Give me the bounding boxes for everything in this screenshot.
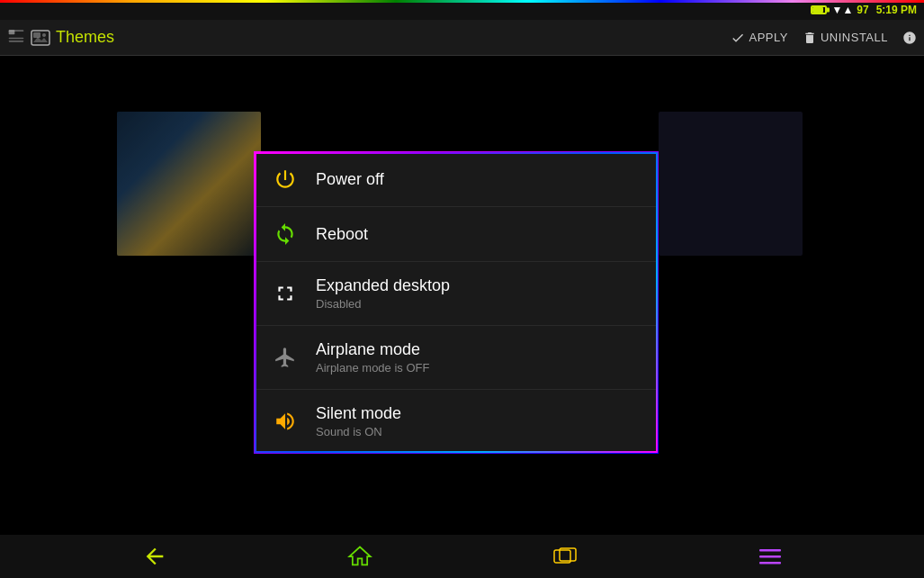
nav-menu-button[interactable] (758, 546, 783, 566)
apply-button[interactable]: APPLY (731, 31, 787, 45)
svg-rect-3 (9, 41, 24, 42)
menu-item-airplane-mode[interactable]: Airplane mode Airplane mode is OFF (255, 326, 658, 390)
svg-rect-10 (759, 549, 781, 552)
back-nav-button[interactable]: Themes (7, 27, 114, 49)
nav-back-icon (142, 544, 167, 569)
apply-icon (731, 31, 745, 45)
power-off-text: Power off (316, 170, 640, 189)
nav-home-button[interactable] (347, 544, 372, 569)
battery-icon (811, 5, 827, 14)
power-off-icon (273, 167, 298, 192)
apply-label: APPLY (749, 31, 787, 44)
themes-icon (31, 30, 50, 46)
airplane-mode-title: Airplane mode (316, 340, 640, 359)
wifi-icon: ▼▲ (832, 4, 854, 16)
expanded-desktop-text: Expanded desktop Disabled (316, 276, 640, 311)
svg-rect-5 (33, 32, 40, 38)
info-button[interactable] (902, 31, 917, 45)
status-time: 5:19 PM (876, 4, 917, 16)
status-bar: ▼▲ 97 5:19 PM (0, 0, 924, 20)
nav-back-button[interactable] (142, 544, 167, 569)
nav-home-icon (347, 544, 372, 569)
silent-mode-text: Silent mode Sound is ON (316, 404, 640, 438)
silent-mode-icon (273, 409, 298, 434)
menu-item-expanded-desktop[interactable]: Expanded desktop Disabled (255, 262, 658, 326)
menu-item-reboot[interactable]: Reboot (255, 207, 658, 262)
silent-mode-title: Silent mode (316, 404, 640, 423)
airplane-mode-icon (273, 345, 298, 370)
power-menu-dialog: Power off Reboot Expanded desktop Disabl… (254, 151, 659, 454)
airplane-mode-subtitle: Airplane mode is OFF (316, 361, 640, 375)
reboot-icon (273, 221, 298, 247)
menu-item-silent-mode[interactable]: Silent mode Sound is ON (255, 390, 658, 453)
svg-rect-12 (759, 562, 781, 564)
nav-recents-button[interactable] (552, 546, 578, 566)
back-nav-icon (7, 27, 25, 49)
silent-mode-subtitle: Sound is ON (316, 425, 640, 438)
uninstall-button[interactable]: UNINSTALL (803, 31, 888, 45)
bg-thumbnail-left (117, 112, 261, 256)
svg-rect-1 (9, 30, 24, 32)
power-off-title: Power off (316, 170, 640, 189)
nav-recents-icon (552, 546, 578, 566)
airplane-mode-text: Airplane mode Airplane mode is OFF (316, 340, 640, 375)
top-bar: Themes APPLY UNINSTALL (0, 20, 924, 56)
reboot-text: Reboot (316, 225, 640, 244)
battery-percent: 97 (857, 4, 868, 16)
expanded-desktop-title: Expanded desktop (316, 276, 640, 295)
svg-rect-11 (759, 555, 781, 558)
bottom-nav (0, 535, 924, 578)
uninstall-label: UNINSTALL (821, 31, 888, 44)
uninstall-icon (803, 31, 817, 45)
info-icon (902, 31, 917, 45)
app-title: Themes (56, 28, 114, 47)
menu-item-power-off[interactable]: Power off (255, 152, 658, 207)
rainbow-bar (0, 0, 924, 3)
svg-point-7 (42, 33, 46, 37)
expanded-desktop-subtitle: Disabled (316, 297, 640, 311)
reboot-title: Reboot (316, 225, 640, 244)
bg-panel-right (659, 112, 803, 256)
expanded-desktop-icon (273, 281, 298, 306)
svg-rect-2 (9, 37, 24, 39)
nav-menu-icon (758, 546, 783, 566)
